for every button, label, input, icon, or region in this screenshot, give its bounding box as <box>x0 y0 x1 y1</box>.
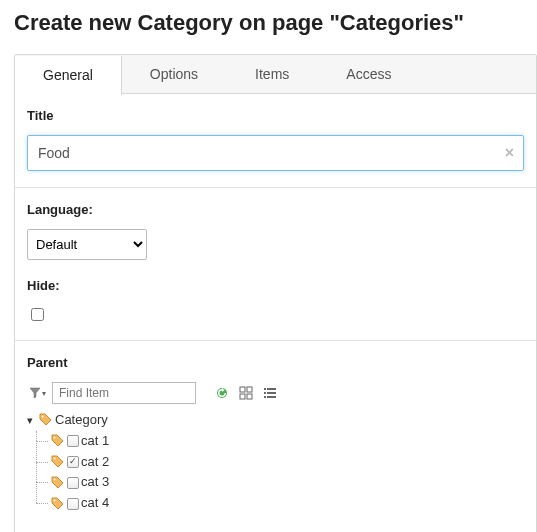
parent-label: Parent <box>27 355 524 370</box>
svg-rect-10 <box>267 396 276 398</box>
svg-rect-7 <box>264 392 266 394</box>
tree-item-label: cat 3 <box>81 472 109 493</box>
tab-general[interactable]: General <box>15 56 122 95</box>
svg-rect-9 <box>264 396 266 398</box>
hide-label: Hide: <box>27 278 524 293</box>
filter-icon[interactable]: ▾ <box>27 385 48 401</box>
svg-rect-8 <box>267 392 276 394</box>
tag-icon <box>51 497 65 511</box>
tree-item[interactable]: cat 3 <box>33 472 307 493</box>
svg-rect-5 <box>264 388 266 390</box>
tree-root-label: Category <box>55 410 108 431</box>
section-title: Title × <box>15 94 536 188</box>
tree-item[interactable]: cat 1 <box>33 431 307 452</box>
tag-icon <box>51 434 65 448</box>
tree-item-checkbox[interactable] <box>67 477 79 489</box>
tag-icon <box>51 476 65 490</box>
svg-rect-4 <box>247 394 252 399</box>
tree-item-label: cat 4 <box>81 493 109 514</box>
title-input[interactable] <box>27 135 524 171</box>
find-item-input[interactable] <box>52 382 196 404</box>
tab-access[interactable]: Access <box>318 55 420 93</box>
svg-point-11 <box>42 416 44 418</box>
tab-bar: General Options Items Access <box>15 55 536 94</box>
tree-root[interactable]: ▾ Category <box>27 410 307 431</box>
svg-rect-3 <box>240 394 245 399</box>
tree-item-checkbox[interactable] <box>67 435 79 447</box>
svg-rect-1 <box>240 387 245 392</box>
tag-icon <box>39 413 53 427</box>
tree-item[interactable]: ✓cat 2 <box>33 452 307 473</box>
refresh-icon[interactable] <box>214 385 230 401</box>
svg-point-12 <box>54 437 56 439</box>
title-label: Title <box>27 108 524 123</box>
list-view-icon[interactable] <box>262 385 278 401</box>
svg-point-15 <box>54 499 56 501</box>
svg-point-13 <box>54 457 56 459</box>
parent-tree: ▾ Category cat 1✓cat 2cat 3cat 4 <box>27 410 307 520</box>
tree-item[interactable]: cat 4 <box>33 493 307 514</box>
tag-icon <box>51 455 65 469</box>
svg-rect-2 <box>247 387 252 392</box>
section-language-hide: Language: Default Hide: <box>15 188 536 341</box>
svg-rect-6 <box>267 388 276 390</box>
expand-all-icon[interactable] <box>238 385 254 401</box>
tree-item-checkbox[interactable] <box>67 498 79 510</box>
language-label: Language: <box>27 202 524 217</box>
tab-items[interactable]: Items <box>227 55 318 93</box>
section-parent: Parent ▾ ▾ Catego <box>15 341 536 532</box>
parent-toolbar: ▾ <box>27 382 524 404</box>
tree-item-label: cat 2 <box>81 452 109 473</box>
page-title: Create new Category on page "Categories" <box>14 10 537 36</box>
clear-title-icon[interactable]: × <box>505 144 514 162</box>
tree-item-label: cat 1 <box>81 431 109 452</box>
hide-checkbox[interactable] <box>31 308 44 321</box>
tree-item-checkbox[interactable]: ✓ <box>67 456 79 468</box>
tab-options[interactable]: Options <box>122 55 227 93</box>
tree-toggle-icon[interactable]: ▾ <box>27 412 37 430</box>
form-panel: General Options Items Access Title × Lan… <box>14 54 537 532</box>
svg-point-14 <box>54 478 56 480</box>
language-select[interactable]: Default <box>27 229 147 260</box>
